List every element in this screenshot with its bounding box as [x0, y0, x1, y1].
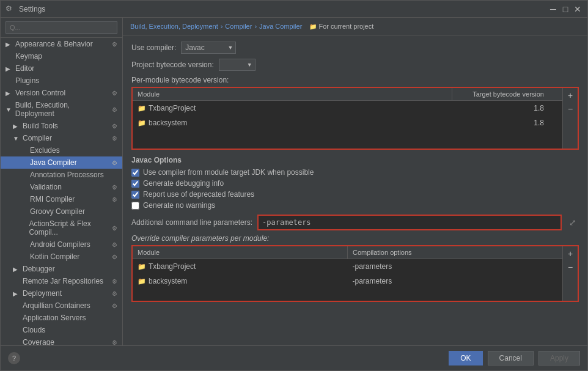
ok-button[interactable]: OK	[449, 351, 482, 365]
table-row[interactable]: 📁 backsystem 1.8	[133, 116, 562, 130]
settings-icon: ⚙	[112, 303, 117, 309]
sidebar-item-label: Build, Execution, Deployment	[15, 101, 109, 118]
sidebar-item-clouds[interactable]: Clouds	[1, 324, 122, 336]
use-compiler-select[interactable]: Javac Eclipse	[181, 42, 236, 54]
no-warnings-checkbox[interactable]	[131, 202, 139, 210]
module-icon: 📁	[138, 277, 146, 285]
close-button[interactable]: ✕	[573, 4, 582, 14]
sidebar-item-coverage[interactable]: Coverage ⚙	[1, 336, 122, 345]
arrow-icon: ▶	[6, 90, 13, 97]
override-module-header: Module	[133, 246, 348, 259]
sidebar-item-label: Remote Jar Repositories	[23, 277, 103, 285]
sidebar-item-groovy[interactable]: Groovy Compiler	[1, 205, 122, 218]
settings-icon: ⚙	[112, 135, 117, 142]
sidebar-item-java-compiler[interactable]: Java Compiler ⚙	[1, 156, 122, 169]
remove-override-button[interactable]: −	[564, 261, 576, 273]
sidebar-item-keymap[interactable]: Keymap	[1, 50, 122, 62]
sidebar-item-excludes[interactable]: Excludes	[1, 144, 122, 156]
sidebar-item-plugins[interactable]: Plugins	[1, 75, 122, 87]
checkbox-row-3: Report use of deprecated features	[131, 190, 579, 199]
module-bytecode-table-container: Module Target bytecode version 📁 TxbangP…	[131, 87, 579, 150]
settings-icon: ⚙	[112, 196, 117, 203]
help-button[interactable]: ?	[8, 352, 20, 364]
sidebar-item-version-control[interactable]: ▶ Version Control ⚙	[1, 87, 122, 99]
main-panel: Build, Execution, Deployment › Compiler …	[123, 18, 587, 345]
sidebar-item-actionscript[interactable]: ActionScript & Flex Compil... ⚙	[1, 218, 122, 238]
sidebar-item-debugger[interactable]: ▶ Debugger	[1, 263, 122, 275]
table-row[interactable]: 📁 TxbangProject 1.8	[133, 101, 562, 116]
table-empty-space	[133, 288, 562, 301]
module-icon: 📁	[138, 119, 146, 127]
table-action-buttons: + −	[562, 88, 578, 149]
sidebar-item-build-exec[interactable]: ▼ Build, Execution, Deployment ⚙	[1, 99, 122, 120]
sidebar-item-label: Application Servers	[23, 314, 86, 322]
settings-icon: ⚙	[112, 184, 117, 191]
checkbox-row-2: Generate debugging info	[131, 179, 579, 188]
sidebar-item-label: Plugins	[15, 76, 39, 85]
maximize-button[interactable]: □	[560, 4, 570, 14]
breadcrumb-part-1[interactable]: Build, Execution, Deployment	[130, 23, 218, 30]
search-input[interactable]	[6, 21, 117, 34]
table-row[interactable]: 📁 TxbangProject -parameters	[133, 259, 562, 274]
cmd-params-row: Additional command line parameters: ⤢	[131, 215, 579, 230]
sidebar-item-label: RMI Compiler	[30, 195, 75, 204]
apply-button[interactable]: Apply	[538, 351, 580, 365]
cancel-button[interactable]: Cancel	[488, 351, 534, 365]
sidebar-item-rmi[interactable]: RMI Compiler ⚙	[1, 193, 122, 205]
breadcrumb-part-2[interactable]: Compiler	[225, 23, 252, 30]
sidebar-item-kotlin[interactable]: Kotlin Compiler ⚙	[1, 251, 122, 263]
settings-icon: ⚙	[112, 339, 117, 346]
sidebar-item-deployment[interactable]: ▶ Deployment ⚙	[1, 287, 122, 299]
project-bytecode-select[interactable]	[219, 59, 255, 71]
target-header: Target bytecode version	[452, 88, 562, 100]
cmd-params-label: Additional command line parameters:	[131, 218, 252, 227]
arrow-icon: ▼	[6, 106, 13, 113]
breadcrumb-sep: ›	[221, 23, 223, 30]
override-module-cell: 📁 TxbangProject	[133, 260, 348, 273]
settings-icon: ⚙	[112, 41, 117, 48]
generate-debug-label: Generate debugging info	[143, 179, 224, 188]
settings-icon: ⚙	[112, 278, 117, 285]
remove-module-button[interactable]: −	[564, 103, 576, 115]
sidebar-item-annotation[interactable]: Annotation Processors	[1, 169, 122, 181]
expand-button[interactable]: ⤢	[567, 218, 579, 227]
cmd-params-input[interactable]	[259, 216, 560, 229]
minimize-button[interactable]: ─	[548, 4, 558, 14]
help-area: ?	[8, 351, 20, 365]
javac-options-title: Javac Options	[131, 156, 579, 164]
module-header: Module	[133, 88, 452, 100]
settings-icon: ⚙	[112, 290, 117, 297]
sidebar-item-build-tools[interactable]: ▶ Build Tools ⚙	[1, 120, 122, 132]
for-project-label: 📁 For current project	[309, 23, 373, 30]
sidebar-item-validation[interactable]: Validation ⚙	[1, 181, 122, 193]
sidebar-item-editor[interactable]: ▶ Editor	[1, 62, 122, 75]
add-override-button[interactable]: +	[564, 248, 576, 260]
report-deprecated-checkbox[interactable]	[131, 191, 139, 199]
use-module-jdk-checkbox[interactable]	[131, 169, 139, 177]
arrow-icon: ▼	[13, 135, 20, 142]
override-table-header: Module Compilation options	[133, 246, 562, 259]
table-row[interactable]: 📁 backsystem -parameters	[133, 274, 562, 288]
cmd-input-wrapper	[257, 215, 562, 230]
main-header: Build, Execution, Deployment › Compiler …	[123, 18, 587, 35]
sidebar-item-label: Editor	[15, 64, 34, 73]
module-bytecode-table: Module Target bytecode version 📁 TxbangP…	[133, 88, 562, 149]
sidebar-item-appearance[interactable]: ▶ Appearance & Behavior ⚙	[1, 38, 122, 50]
sidebar-item-android[interactable]: Android Compilers ⚙	[1, 238, 122, 251]
generate-debug-checkbox[interactable]	[131, 180, 139, 188]
no-warnings-label: Generate no warnings	[143, 201, 215, 210]
override-options-cell: -parameters	[348, 275, 563, 287]
sidebar-item-label: Appearance & Behavior	[15, 40, 93, 48]
module-cell: 📁 backsystem	[133, 117, 452, 129]
sidebar-item-arquillian[interactable]: Arquillian Containers ⚙	[1, 299, 122, 312]
sidebar: ▶ Appearance & Behavior ⚙ Keymap ▶ Edito…	[1, 18, 123, 345]
sidebar-item-remote-jar[interactable]: Remote Jar Repositories ⚙	[1, 275, 122, 287]
main-content-area: ▶ Appearance & Behavior ⚙ Keymap ▶ Edito…	[1, 18, 587, 345]
sidebar-item-compiler[interactable]: ▼ Compiler ⚙	[1, 132, 122, 144]
sidebar-item-label: Validation	[30, 183, 62, 191]
add-module-button[interactable]: +	[564, 89, 576, 101]
sidebar-item-label: Version Control	[15, 89, 65, 97]
sidebar-item-app-servers[interactable]: Application Servers	[1, 312, 122, 324]
arrow-icon: ▶	[13, 123, 20, 130]
sidebar-item-label: Arquillian Containers	[23, 301, 90, 310]
